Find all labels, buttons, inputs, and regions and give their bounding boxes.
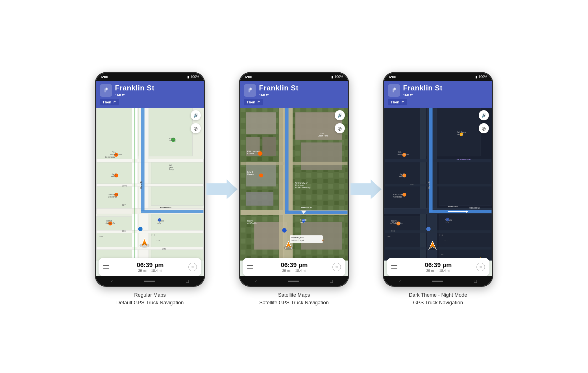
svg-text:Bloom: Bloom [247,173,254,175]
home-indicator-3[interactable] [432,281,443,282]
arrow-shape-2 [350,179,382,199]
svg-rect-114 [429,107,433,212]
menu-btn-3[interactable] [391,263,400,272]
map-area-satellite: Fifth Vessel Coffee Lilly & Bloom Univer… [240,107,348,261]
svg-text:233: 233 [162,248,166,250]
compass-btn-3[interactable]: ◎ [479,123,489,133]
svg-text:217: 217 [444,240,448,242]
map-svg-dark: Franklin St Commer [384,107,492,261]
menu-btn-1[interactable] [103,263,112,272]
map-area-dark: Franklin St Commer [384,107,492,261]
svg-text:Green Park: Green Park [318,135,328,137]
svg-text:Vessel Coffee: Vessel Coffee [397,153,409,155]
screen-satellite: 6:00 ▮ 100% ↱ Franklin St 160 ft [240,73,348,286]
close-btn-1[interactable]: ✕ [188,263,197,271]
svg-rect-67 [246,192,273,206]
map-regular: Commerce Fifth Vessel Coffee Lilly & Blo… [96,107,204,261]
svg-text:Bloom: Bloom [399,175,404,177]
svg-rect-72 [285,107,289,212]
svg-text:Lofts: Lofts [300,221,304,223]
svg-text:Allen's: Allen's [169,138,175,140]
nav-street-name-2: Franklin St [259,84,299,92]
svg-text:1002: 1002 [410,183,414,185]
svg-text:Courthouse: Courthouse [108,194,118,196]
home-indicator-2[interactable] [288,281,299,282]
svg-text:Coffee: Coffee [247,152,254,155]
nav-header-3: ↱ Franklin St 160 ft Then ↱ [384,81,492,108]
sound-btn-3[interactable]: 🔊 [479,110,489,120]
home-indicator-1[interactable] [144,281,155,282]
svg-text:Franklin: Franklin [300,219,307,221]
svg-text:da'Wah Ctr: da'Wah Ctr [247,222,257,224]
back-btn-1[interactable]: ‹ [111,279,113,284]
turn-icon-3: ↱ [388,84,400,97]
square-btn-3[interactable]: □ [474,279,477,284]
phone-regular-wrapper: 6:00 ▮ 100% ↱ Franklin St 160 ft [95,72,205,307]
back-btn-2[interactable]: ‹ [255,279,257,284]
svg-rect-112 [385,230,492,233]
svg-rect-113 [385,247,492,250]
turn-icon-1: ↱ [100,84,112,97]
svg-text:217: 217 [156,239,160,242]
svg-rect-71 [241,162,348,165]
nav-bar-1: ‹ □ [96,276,204,286]
nav-header-1: ↱ Franklin St 160 ft Then ↱ [96,81,204,108]
menu-btn-2[interactable] [247,263,256,272]
battery-icon-2: ▮ [331,75,333,79]
bottom-info-3: 39 min · 18.4 mi [425,269,452,273]
svg-point-79 [282,228,287,233]
svg-rect-64 [301,142,342,170]
caption-dark: Dark Theme - Night Mode GPS Truck Naviga… [409,291,467,307]
status-time-3: 6:00 [389,75,396,79]
svg-text:P: P [447,219,448,220]
compass-btn-1[interactable]: ◎ [191,123,201,133]
svg-text:Lilly &: Lilly & [399,173,404,175]
bottom-time-3: 06:39 pm [425,261,452,269]
close-btn-2[interactable]: ✕ [332,263,341,271]
square-btn-1[interactable]: □ [186,279,189,284]
svg-text:Commerce: Commerce [105,156,116,158]
nav-distance-3: 160 ft [403,93,443,97]
bottom-bar-3: 06:39 pm 39 min · 18.4 mi ✕ [387,258,489,276]
svg-text:213: 213 [439,234,443,236]
status-time-2: 6:00 [245,75,252,79]
then-arrow-2: ↱ [257,100,260,104]
map-satellite: Fifth Vessel Coffee Lilly & Bloom Univer… [240,107,348,261]
bottom-time-2: 06:39 pm [281,261,308,269]
bottom-time-1: 06:39 pm [137,261,164,269]
bottom-center-3: 06:39 pm 39 min · 18.4 mi [425,261,452,273]
svg-text:Concierge: Concierge [108,196,117,198]
svg-text:📦: 📦 [322,239,324,242]
caption-regular: Regular Maps Default GPS Truck Navigatio… [116,291,184,307]
map-svg-satellite: Fifth Vessel Coffee Lilly & Bloom Univer… [240,107,348,261]
nav-then-2: Then ↱ [244,99,263,105]
close-btn-3[interactable]: ✕ [476,263,485,271]
battery-icon-3: ▮ [475,75,477,79]
svg-text:W.I.: W.I. [169,164,173,166]
compass-btn-2[interactable]: ◎ [335,123,345,133]
then-arrow-1: ↱ [113,100,116,104]
svg-text:208: 208 [387,235,391,237]
sound-btn-2[interactable]: 🔊 [335,110,345,120]
svg-text:Library: Library [457,133,463,136]
arrow-1 [205,175,239,203]
svg-text:Dykes: Dykes [168,166,173,169]
square-btn-2[interactable]: □ [330,279,333,284]
status-bar-3: 6:00 ▮ 100% [384,73,492,81]
svg-text:Franklin St: Franklin St [160,206,172,209]
status-bar-2: 6:00 ▮ 100% [240,73,348,81]
battery-label-3: 100% [478,75,487,79]
map-dark: Franklin St Commer [384,107,492,261]
svg-text:Bloom: Bloom [111,175,116,177]
phone-regular: 6:00 ▮ 100% ↱ Franklin St 160 ft [95,72,205,287]
svg-text:Fifth: Fifth [398,151,402,153]
status-time-1: 6:00 [101,75,108,79]
svg-text:127: 127 [122,204,126,206]
sound-btn-1[interactable]: 🔊 [191,110,201,120]
back-btn-3[interactable]: ‹ [399,279,401,284]
phone-satellite-wrapper: 6:00 ▮ 100% ↱ Franklin St 160 ft [239,72,349,307]
svg-text:Concierge: Concierge [393,196,402,198]
nav-street-2: ↱ Franklin St 160 ft [244,84,344,97]
svg-text:225: 225 [441,253,444,255]
phone-satellite: 6:00 ▮ 100% ↱ Franklin St 160 ft [239,72,349,287]
